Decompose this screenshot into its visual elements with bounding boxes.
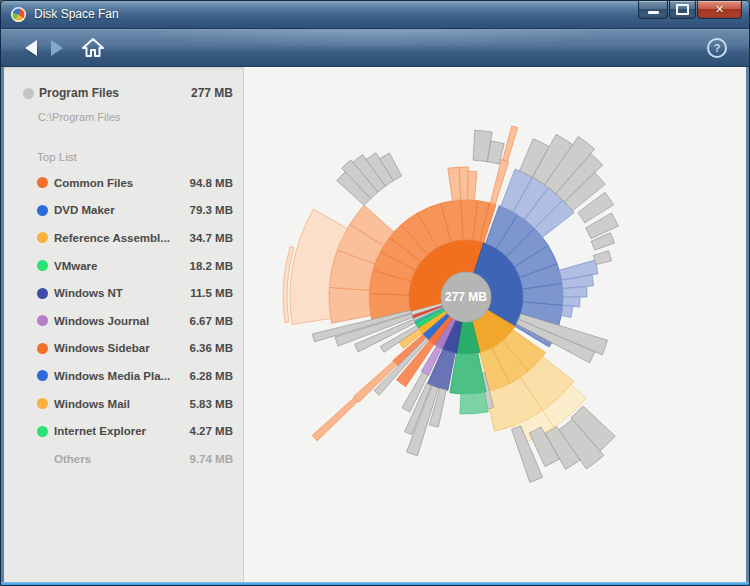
- close-icon: ✕: [715, 3, 724, 16]
- fan-segment[interactable]: [312, 397, 358, 440]
- back-icon[interactable]: [25, 40, 37, 56]
- fan-segment[interactable]: [503, 126, 518, 161]
- fan-segment[interactable]: [460, 392, 488, 414]
- top-list-item-label: Windows NT: [54, 287, 190, 299]
- category-color-dot: [37, 205, 48, 216]
- top-list-item-label: Windows Mail: [54, 398, 190, 410]
- others-label: Others: [54, 453, 190, 465]
- fan-segment[interactable]: [468, 171, 477, 200]
- top-list-item-size: 79.3 MB: [190, 204, 233, 216]
- top-list-item[interactable]: Internet Explorer 4.27 MB: [4, 417, 243, 445]
- top-list-item-label: Reference Assembl...: [54, 232, 190, 244]
- top-list-item[interactable]: VMware 18.2 MB: [4, 252, 243, 280]
- category-color-dot: [37, 343, 48, 354]
- category-color-dot: [37, 260, 48, 271]
- category-color-dot: [37, 398, 48, 409]
- fan-segment[interactable]: [448, 167, 461, 201]
- top-list-item[interactable]: Windows Media Pla... 6.28 MB: [4, 362, 243, 390]
- top-list-item-size: 6.67 MB: [190, 315, 233, 327]
- top-list-item-size: 6.28 MB: [190, 370, 233, 382]
- close-button[interactable]: ✕: [697, 1, 742, 19]
- top-list-item[interactable]: Windows Journal 6.67 MB: [4, 307, 243, 335]
- top-list-item[interactable]: Common Files 94.8 MB: [4, 169, 243, 197]
- fan-chart-panel: 277 MB: [244, 67, 746, 582]
- window-title: Disk Space Fan: [34, 7, 119, 21]
- fan-segment[interactable]: [593, 251, 611, 265]
- window-controls: ✕: [637, 1, 742, 19]
- top-list-item-size: 11.5 MB: [190, 287, 233, 299]
- top-list-item-size: 5.83 MB: [190, 398, 233, 410]
- top-list-item-size: 6.36 MB: [190, 342, 233, 354]
- current-folder-name: Program Files: [39, 86, 191, 100]
- current-folder-path: C:\Program Files: [4, 105, 243, 123]
- fan-center-size-label: 277 MB: [445, 290, 487, 304]
- top-list-item-size: 18.2 MB: [190, 260, 233, 272]
- help-icon[interactable]: ?: [707, 38, 727, 58]
- top-list-item-size: 34.7 MB: [190, 232, 233, 244]
- top-list-item-label: DVD Maker: [54, 204, 190, 216]
- current-folder-size: 277 MB: [191, 86, 233, 100]
- fan-segment[interactable]: [561, 305, 572, 317]
- maximize-button[interactable]: [669, 1, 696, 19]
- others-row[interactable]: Others 9.74 MB: [4, 445, 243, 473]
- top-list-item-size: 4.27 MB: [190, 425, 233, 437]
- top-list: Common Files 94.8 MB DVD Maker 79.3 MB R…: [4, 169, 243, 445]
- fan-segment[interactable]: [563, 286, 587, 297]
- top-list-item-label: VMware: [54, 260, 190, 272]
- category-color-dot: [37, 315, 48, 326]
- maximize-icon: [676, 4, 689, 15]
- top-list-heading: Top List: [4, 123, 243, 165]
- top-list-item[interactable]: Windows NT 11.5 MB: [4, 279, 243, 307]
- title-bar[interactable]: Disk Space Fan ✕: [1, 1, 749, 29]
- minimize-button[interactable]: [638, 1, 668, 19]
- top-list-item[interactable]: DVD Maker 79.3 MB: [4, 197, 243, 225]
- top-list-item-label: Windows Sidebar: [54, 342, 190, 354]
- fan-segment[interactable]: [459, 167, 468, 200]
- fan-segment[interactable]: [329, 287, 371, 323]
- current-folder-row[interactable]: Program Files 277 MB: [4, 81, 243, 105]
- top-list-item-label: Windows Media Pla...: [54, 370, 190, 382]
- top-list-item[interactable]: Windows Sidebar 6.36 MB: [4, 335, 243, 363]
- category-color-dot: [37, 288, 48, 299]
- top-list-item-label: Common Files: [54, 177, 190, 189]
- minimize-icon: [648, 11, 659, 14]
- navigation-toolbar: ?: [1, 29, 749, 67]
- home-icon[interactable]: [81, 37, 105, 59]
- fan-segment[interactable]: [450, 353, 486, 394]
- category-color-dot: [37, 232, 48, 243]
- content-area: Program Files 277 MB C:\Program Files To…: [1, 67, 749, 582]
- top-list-item-size: 94.8 MB: [190, 177, 233, 189]
- fan-chart: 277 MB: [244, 67, 745, 582]
- forward-icon[interactable]: [51, 40, 63, 56]
- current-folder-color-dot: [23, 88, 34, 99]
- others-size: 9.74 MB: [190, 453, 233, 465]
- category-color-dot: [37, 177, 48, 188]
- app-fan-icon: [11, 7, 26, 22]
- top-list-item[interactable]: Reference Assembl... 34.7 MB: [4, 224, 243, 252]
- top-list-item-label: Windows Journal: [54, 315, 190, 327]
- category-color-dot: [37, 370, 48, 381]
- top-list-item[interactable]: Windows Mail 5.83 MB: [4, 390, 243, 418]
- app-window: Disk Space Fan ✕ ? Program Files 277 MB: [0, 0, 750, 586]
- sidebar: Program Files 277 MB C:\Program Files To…: [4, 67, 244, 582]
- window-bottom-border: [1, 582, 749, 586]
- category-color-dot: [37, 426, 48, 437]
- top-list-item-label: Internet Explorer: [54, 425, 190, 437]
